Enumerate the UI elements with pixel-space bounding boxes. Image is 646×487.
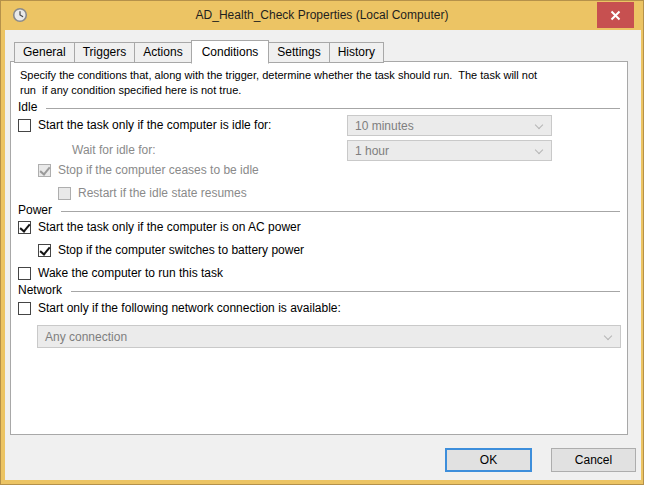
wait-for-idle-label: Wait for idle for: (72, 143, 156, 157)
dialog-client-area: General Triggers Actions Conditions Sett… (5, 30, 641, 480)
idle-group-divider (46, 108, 620, 109)
network-condition-label[interactable]: Start only if the following network conn… (38, 301, 341, 315)
start-if-idle-checkbox[interactable] (18, 119, 31, 132)
ok-button[interactable]: OK (445, 448, 532, 472)
tab-general[interactable]: General (14, 42, 75, 63)
battery-stop-label[interactable]: Stop if the computer switches to battery… (58, 243, 304, 257)
stop-if-not-idle-label[interactable]: Stop if the computer ceases to be idle (58, 163, 259, 177)
idle-group-header: Idle (18, 100, 620, 114)
wait-for-idle-value: 1 hour (355, 144, 389, 158)
wake-computer-label[interactable]: Wake the computer to run this task (38, 266, 223, 280)
network-connection-value: Any connection (45, 330, 127, 344)
window-title: AD_Health_Check Properties (Local Comput… (1, 1, 643, 30)
battery-stop-checkbox[interactable] (38, 244, 51, 257)
ac-power-checkbox[interactable] (18, 221, 31, 234)
tab-triggers[interactable]: Triggers (74, 42, 136, 63)
start-if-idle-label[interactable]: Start the task only if the computer is i… (38, 118, 271, 132)
restart-if-idle-resumes-label[interactable]: Restart if the idle state resumes (78, 186, 247, 200)
idle-duration-select[interactable]: 10 minutes (347, 115, 552, 136)
restart-if-idle-resumes-checkbox[interactable] (58, 187, 71, 200)
idle-group-label: Idle (18, 100, 37, 114)
network-condition-checkbox[interactable] (18, 302, 31, 315)
chevron-down-icon (535, 146, 543, 154)
wait-for-idle-select[interactable]: 1 hour (347, 140, 552, 161)
network-group-label: Network (18, 283, 62, 297)
power-group-divider (61, 211, 620, 212)
network-connection-select[interactable]: Any connection (37, 325, 621, 348)
idle-duration-value: 10 minutes (355, 119, 414, 133)
tab-history[interactable]: History (329, 42, 384, 63)
ac-power-label[interactable]: Start the task only if the computer is o… (38, 220, 301, 234)
wake-computer-checkbox[interactable] (18, 267, 31, 280)
title-bar: AD_Health_Check Properties (Local Comput… (1, 1, 643, 30)
tab-conditions[interactable]: Conditions (191, 40, 270, 64)
close-button[interactable] (597, 2, 634, 28)
tab-actions[interactable]: Actions (134, 42, 191, 63)
tab-strip: General Triggers Actions Conditions Sett… (14, 40, 383, 63)
chevron-down-icon (535, 121, 543, 129)
network-group-header: Network (18, 283, 620, 297)
close-icon (610, 10, 621, 21)
power-group-label: Power (18, 203, 52, 217)
conditions-tab-page: Specify the conditions that, along with … (10, 61, 628, 435)
task-properties-dialog: AD_Health_Check Properties (Local Comput… (0, 0, 644, 485)
power-group-header: Power (18, 203, 620, 217)
stop-if-not-idle-checkbox[interactable] (38, 164, 51, 177)
conditions-description: Specify the conditions that, along with … (20, 68, 624, 98)
network-group-divider (71, 291, 620, 292)
chevron-down-icon (604, 332, 612, 340)
cancel-button[interactable]: Cancel (551, 448, 636, 472)
tab-settings[interactable]: Settings (268, 42, 329, 63)
